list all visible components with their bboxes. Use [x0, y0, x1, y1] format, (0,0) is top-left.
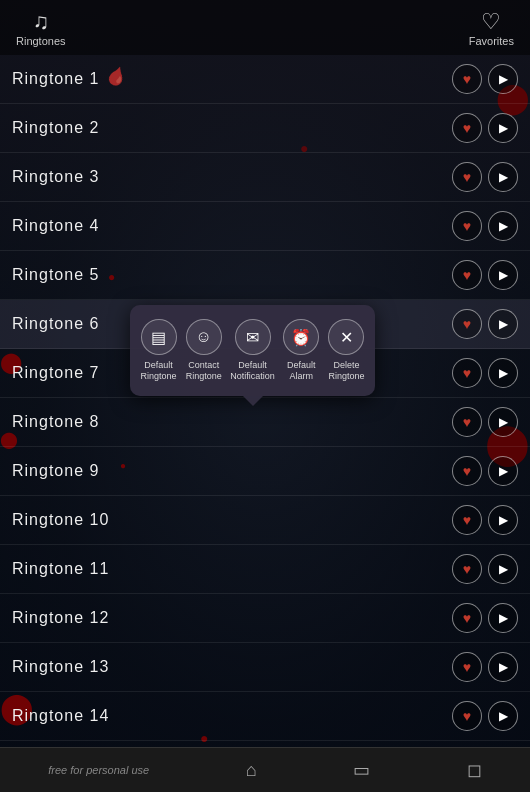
- context-menu-icon: ✉: [235, 319, 271, 355]
- ringtone-list: Ringtone 1♥▶Ringtone 2♥▶Ringtone 3♥▶Ring…: [0, 55, 530, 747]
- ringtone-name: Ringtone 1: [12, 70, 99, 88]
- ringtone-controls: ♥▶: [452, 407, 518, 437]
- ringtone-controls: ♥▶: [452, 603, 518, 633]
- favorite-button[interactable]: ♥: [452, 358, 482, 388]
- context-menu: ▤Default Ringtone☺Contact Ringtone✉Defau…: [130, 305, 375, 396]
- ringtone-controls: ♥▶: [452, 505, 518, 535]
- play-button[interactable]: ▶: [488, 603, 518, 633]
- favorite-button[interactable]: ♥: [452, 505, 482, 535]
- ringtone-controls: ♥▶: [452, 113, 518, 143]
- ringtone-controls: ♥▶: [452, 309, 518, 339]
- ringtone-item[interactable]: Ringtone 5♥▶: [0, 251, 530, 300]
- favorite-button[interactable]: ♥: [452, 603, 482, 633]
- play-button[interactable]: ▶: [488, 358, 518, 388]
- ringtone-controls: ♥▶: [452, 456, 518, 486]
- ringtone-name: Ringtone 11: [12, 560, 109, 578]
- ringtone-controls: ♥▶: [452, 64, 518, 94]
- ringtone-item[interactable]: Ringtone 10♥▶: [0, 496, 530, 545]
- context-menu-label: Default Alarm: [287, 360, 316, 382]
- context-menu-icon: ▤: [141, 319, 177, 355]
- free-text: free for personal use: [48, 764, 149, 776]
- favorite-button[interactable]: ♥: [452, 162, 482, 192]
- play-button[interactable]: ▶: [488, 701, 518, 731]
- brand-section: ♫ Ringtones: [16, 9, 66, 47]
- favorite-button[interactable]: ♥: [452, 456, 482, 486]
- home-button[interactable]: ⌂: [246, 760, 257, 781]
- context-menu-icon: ⏰: [283, 319, 319, 355]
- context-menu-item[interactable]: ✉Default Notification: [230, 319, 275, 382]
- ringtone-name: Ringtone 13: [12, 658, 109, 676]
- favorite-button[interactable]: ♥: [452, 554, 482, 584]
- ringtone-controls: ♥▶: [452, 211, 518, 241]
- play-button[interactable]: ▶: [488, 554, 518, 584]
- ringtone-item[interactable]: Ringtone 9♥▶: [0, 447, 530, 496]
- ringtone-name: Ringtone 4: [12, 217, 99, 235]
- play-button[interactable]: ▶: [488, 211, 518, 241]
- music-icon: ♫: [33, 9, 50, 35]
- context-menu-item[interactable]: ✕Delete Ringtone: [328, 319, 365, 382]
- play-button[interactable]: ▶: [488, 309, 518, 339]
- favorite-button[interactable]: ♥: [452, 64, 482, 94]
- play-button[interactable]: ▶: [488, 652, 518, 682]
- ringtone-controls: ♥▶: [452, 554, 518, 584]
- favorite-button[interactable]: ♥: [452, 260, 482, 290]
- context-menu-item[interactable]: ⏰Default Alarm: [283, 319, 320, 382]
- play-button[interactable]: ▶: [488, 456, 518, 486]
- context-menu-label: Contact Ringtone: [186, 360, 222, 382]
- play-button[interactable]: ▶: [488, 260, 518, 290]
- favorites-label: Favorites: [469, 35, 514, 47]
- ringtone-name: Ringtone 2: [12, 119, 99, 137]
- ringtone-item[interactable]: Ringtone 2♥▶: [0, 104, 530, 153]
- ringtone-name: Ringtone 5: [12, 266, 99, 284]
- ringtone-controls: ♥▶: [452, 162, 518, 192]
- ringtone-name: Ringtone 7: [12, 364, 99, 382]
- play-button[interactable]: ▶: [488, 505, 518, 535]
- favorite-button[interactable]: ♥: [452, 113, 482, 143]
- menu-button[interactable]: ▭: [353, 759, 370, 781]
- favorite-button[interactable]: ♥: [452, 407, 482, 437]
- back-button[interactable]: ◻: [467, 759, 482, 781]
- ringtone-controls: ♥▶: [452, 701, 518, 731]
- favorite-button[interactable]: ♥: [452, 211, 482, 241]
- context-menu-item[interactable]: ▤Default Ringtone: [140, 319, 177, 382]
- play-button[interactable]: ▶: [488, 407, 518, 437]
- ringtone-item[interactable]: Ringtone 14♥▶: [0, 692, 530, 741]
- ringtone-controls: ♥▶: [452, 652, 518, 682]
- ringtone-item[interactable]: Ringtone 11♥▶: [0, 545, 530, 594]
- ringtone-name: Ringtone 10: [12, 511, 109, 529]
- ringtone-name: Ringtone 12: [12, 609, 109, 627]
- play-button[interactable]: ▶: [488, 64, 518, 94]
- ringtone-item[interactable]: Ringtone 12♥▶: [0, 594, 530, 643]
- ringtone-item[interactable]: Ringtone 1♥▶: [0, 55, 530, 104]
- app-header: ♫ Ringtones ♡ Favorites: [0, 0, 530, 55]
- ringtone-name: Ringtone 6: [12, 315, 99, 333]
- favorites-heart-icon: ♡: [481, 9, 501, 35]
- ringtone-controls: ♥▶: [452, 260, 518, 290]
- play-button[interactable]: ▶: [488, 113, 518, 143]
- context-menu-label: Default Ringtone: [141, 360, 177, 382]
- favorite-button[interactable]: ♥: [452, 309, 482, 339]
- play-button[interactable]: ▶: [488, 162, 518, 192]
- favorite-button[interactable]: ♥: [452, 701, 482, 731]
- context-menu-icon: ✕: [328, 319, 364, 355]
- context-menu-item[interactable]: ☺Contact Ringtone: [185, 319, 222, 382]
- ringtone-name: Ringtone 8: [12, 413, 99, 431]
- context-menu-icon: ☺: [186, 319, 222, 355]
- brand-label: Ringtones: [16, 35, 66, 47]
- favorite-button[interactable]: ♥: [452, 652, 482, 682]
- ringtone-name: Ringtone 14: [12, 707, 109, 725]
- ringtone-item[interactable]: Ringtone 4♥▶: [0, 202, 530, 251]
- ringtone-item[interactable]: Ringtone 3♥▶: [0, 153, 530, 202]
- context-menu-label: Delete Ringtone: [328, 360, 364, 382]
- bottom-navigation-bar: free for personal use ⌂ ▭ ◻: [0, 747, 530, 792]
- ringtone-item[interactable]: Ringtone 8♥▶: [0, 398, 530, 447]
- ringtone-item[interactable]: Ringtone 13♥▶: [0, 643, 530, 692]
- ringtone-controls: ♥▶: [452, 358, 518, 388]
- ringtone-name: Ringtone 3: [12, 168, 99, 186]
- favorites-section[interactable]: ♡ Favorites: [469, 9, 514, 47]
- ringtone-name: Ringtone 9: [12, 462, 99, 480]
- context-menu-label: Default Notification: [230, 360, 275, 382]
